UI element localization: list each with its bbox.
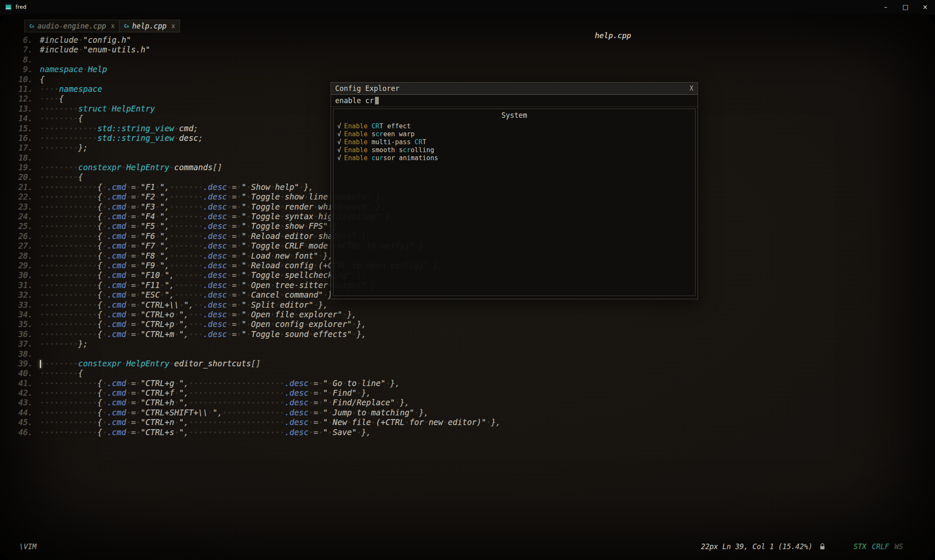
code-line[interactable]: 8. <box>13 55 935 65</box>
config-explorer-title: Config Explorer <box>335 84 400 93</box>
line-number: 45. <box>13 417 33 427</box>
config-explorer-window: Config Explorer X enable cr System √Enab… <box>331 82 698 299</box>
line-number: 9. <box>13 65 33 74</box>
code-line[interactable]: 39.········constexpr·HelpEntry·editor_sh… <box>13 359 935 368</box>
window-title: fred <box>16 4 26 10</box>
config-explorer-titlebar: Config Explorer X <box>331 83 698 95</box>
cpp-file-icon <box>29 23 34 29</box>
code-line[interactable]: 46.············{·.cmd·=·"CTRL+s·",······… <box>13 428 935 437</box>
line-number: 36. <box>13 329 33 339</box>
config-options-list: System √Enable CRT effect√Enable screen … <box>333 109 695 296</box>
line-number: 29. <box>13 261 33 270</box>
lock-icon <box>820 543 825 552</box>
config-search-input[interactable]: enable cr <box>331 95 698 107</box>
search-cursor <box>375 97 379 104</box>
config-option-row[interactable]: √Enable smooth scrolling <box>337 146 691 154</box>
code-line[interactable]: 42.············{·.cmd·=·"CTRL+f·",······… <box>13 388 935 398</box>
line-number: 41. <box>13 379 33 388</box>
code-line[interactable]: 7.#include·"enum-utils.h" <box>13 45 935 54</box>
line-number: 19. <box>13 163 33 172</box>
line-number: 10. <box>13 75 33 84</box>
line-number: 33. <box>13 300 33 310</box>
line-number: 18. <box>13 153 33 163</box>
checkbox-checked-icon: √ <box>337 122 341 130</box>
checkbox-checked-icon: √ <box>337 146 341 154</box>
config-close-icon[interactable]: X <box>690 85 693 92</box>
line-number: 35. <box>13 319 33 329</box>
code-line[interactable]: 6.#include·"config.h" <box>13 35 935 45</box>
line-number: 7. <box>13 45 33 54</box>
config-option-row[interactable]: √Enable screen warp <box>337 130 691 138</box>
line-number: 38. <box>13 349 33 359</box>
line-number: 6. <box>13 35 33 45</box>
minimize-button[interactable]: – <box>876 0 896 14</box>
line-number: 24. <box>13 212 33 221</box>
tab-bar: audio-engine.cpp X help.cpp X <box>24 20 180 32</box>
code-line[interactable]: 35.············{·.cmd·=·"CTRL+p·",···.de… <box>13 319 935 329</box>
line-number: 31. <box>13 280 33 290</box>
tab-label: help.cpp <box>132 22 167 30</box>
tab-audio-engine-cpp[interactable]: audio-engine.cpp X <box>24 20 120 32</box>
line-number: 16. <box>13 133 33 143</box>
line-number: 22. <box>13 192 33 202</box>
app-icon <box>5 4 12 10</box>
status-flag: CRLF <box>872 542 889 551</box>
window-controls: – □ × <box>876 0 935 14</box>
line-number: 46. <box>13 428 33 437</box>
cursor-position-info: 22px Ln 39, Col 1 (15.42%) <box>701 542 813 551</box>
config-option-row[interactable]: √Enable CRT effect <box>337 122 691 130</box>
code-line[interactable]: 33.············{·.cmd·=·"CTRL+\\·",··.de… <box>13 300 935 310</box>
config-option-row[interactable]: √Enable multi-pass CRT <box>337 138 691 146</box>
line-number: 43. <box>13 398 33 407</box>
code-line[interactable]: 36.············{·.cmd·=·"CTRL+m·",···.de… <box>13 329 935 339</box>
code-line[interactable]: 45.············{·.cmd·=·"CTRL+n·",······… <box>13 417 935 427</box>
vim-mode-indicator: \VIM <box>19 542 36 551</box>
checkbox-checked-icon: √ <box>337 154 341 162</box>
line-number: 14. <box>13 114 33 123</box>
line-number: 13. <box>13 104 33 114</box>
config-option-row[interactable]: √Enable cursor animations <box>337 154 691 162</box>
line-number: 27. <box>13 241 33 251</box>
tab-help-cpp[interactable]: help.cpp X <box>119 20 180 32</box>
tab-close-icon[interactable]: X <box>172 23 175 29</box>
line-number: 15. <box>13 124 33 133</box>
status-flag: STX <box>854 542 867 551</box>
line-number: 23. <box>13 202 33 212</box>
window-titlebar: fred – □ × <box>0 0 935 14</box>
pane-filename: help.cpp <box>595 31 631 40</box>
editor-screen: audio-engine.cpp X help.cpp X help.cpp 6… <box>0 14 935 560</box>
line-number: 17. <box>13 143 33 153</box>
code-line[interactable]: 34.············{·.cmd·=·"CTRL+o·",···.de… <box>13 310 935 319</box>
line-number: 28. <box>13 251 33 261</box>
cpp-file-icon <box>124 23 129 29</box>
code-line[interactable]: 41.············{·.cmd·=·"CTRL+g·",······… <box>13 379 935 388</box>
code-line[interactable]: 38. <box>13 349 935 359</box>
status-bar: \VIM 22px Ln 39, Col 1 (15.42%) STXCRLFW… <box>0 542 935 553</box>
maximize-button[interactable]: □ <box>896 0 915 14</box>
line-number: 21. <box>13 182 33 192</box>
tab-label: audio-engine.cpp <box>37 22 106 30</box>
code-line[interactable]: 9.namespace·Help <box>13 65 935 74</box>
config-search-query: enable cr <box>335 96 374 105</box>
status-flag: WS <box>895 542 903 551</box>
config-options: √Enable CRT effect√Enable screen warp√En… <box>337 122 691 162</box>
tab-close-icon[interactable]: X <box>111 23 115 29</box>
line-number: 34. <box>13 310 33 319</box>
line-number: 25. <box>13 221 33 231</box>
line-number: 39. <box>13 359 33 368</box>
close-button[interactable]: × <box>915 0 935 14</box>
line-number: 42. <box>13 388 33 398</box>
line-number: 37. <box>13 339 33 349</box>
code-line[interactable]: 43.············{·.cmd·=·"CTRL+h·",······… <box>13 398 935 407</box>
line-number: 8. <box>13 55 33 65</box>
code-line[interactable]: 40.········{ <box>13 368 935 378</box>
code-line[interactable]: 37.········}; <box>13 339 935 349</box>
line-number: 11. <box>13 84 33 94</box>
config-section-header: System <box>337 111 691 119</box>
checkbox-checked-icon: √ <box>337 138 341 146</box>
line-number: 44. <box>13 408 33 417</box>
code-line[interactable]: 44.············{·.cmd·=·"CTRL+SHIFT+\\·"… <box>13 408 935 417</box>
line-number: 30. <box>13 270 33 280</box>
line-number: 12. <box>13 94 33 104</box>
line-number: 26. <box>13 231 33 241</box>
